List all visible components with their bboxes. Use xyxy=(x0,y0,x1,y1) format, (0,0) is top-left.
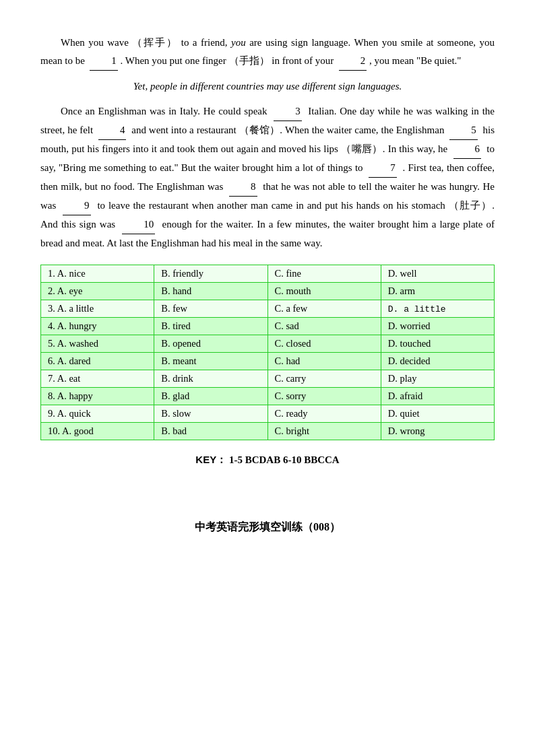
englishman-was-text: The Englishman was xyxy=(137,181,223,192)
table-cell-num: 1. A. nice xyxy=(41,265,154,283)
table-cell-b: B. meant xyxy=(154,353,268,370)
table-cell-num: 2. A. eye xyxy=(41,283,154,300)
table-cell-d: D. wrong xyxy=(381,423,494,440)
table-cell-d: D. well xyxy=(381,265,494,283)
table-cell-num: 4. A. hungry xyxy=(41,318,154,335)
paragraph-3: Once an Englishman was in Italy. He coul… xyxy=(40,102,495,252)
table-cell-d: D. decided xyxy=(381,353,494,370)
footer-title: 中考英语完形填空训练（008） xyxy=(40,520,495,535)
table-cell-d: D. a little xyxy=(381,300,494,318)
table-cell-b: B. slow xyxy=(154,405,268,423)
blank-10: 10 xyxy=(122,215,155,234)
table-cell-d: D. arm xyxy=(381,283,494,300)
table-cell-d: D. play xyxy=(381,370,494,388)
blank-5: 5 xyxy=(449,121,478,140)
blank-6: 6 xyxy=(453,140,482,159)
table-cell-b: B. glad xyxy=(154,388,268,405)
table-cell-c: C. fine xyxy=(268,265,381,283)
table-cell-num: 8. A. happy xyxy=(41,388,154,405)
table-cell-b: B. few xyxy=(154,300,268,318)
answer-table: 1. A. nice B. friendly C. fine D. well 2… xyxy=(40,265,495,440)
table-cell-b: B. bad xyxy=(154,423,268,440)
key-label: KEY： xyxy=(195,454,226,465)
paragraph-2: Yet, people in different countries may u… xyxy=(40,77,495,96)
table-cell-b: B. tired xyxy=(154,318,268,335)
blank-8: 8 xyxy=(229,178,257,197)
table-cell-b: B. drink xyxy=(154,370,268,388)
table-cell-b: B. friendly xyxy=(154,265,268,283)
blank-7: 7 xyxy=(369,159,397,178)
table-cell-c: C. sorry xyxy=(268,388,381,405)
blank-3: 3 xyxy=(274,102,302,121)
table-cell-c: C. had xyxy=(268,353,381,370)
blank-1: 1 xyxy=(90,52,118,71)
table-cell-c: C. carry xyxy=(268,370,381,388)
key-value: 1-5 BCDAB 6-10 BBCCA xyxy=(229,454,340,465)
table-cell-c: C. sad xyxy=(268,318,381,335)
table-cell-num: 10. A. good xyxy=(41,423,154,440)
table-cell-num: 5. A. washed xyxy=(41,335,154,353)
table-cell-c: C. a few xyxy=(268,300,381,318)
table-cell-c: C. bright xyxy=(268,423,381,440)
blank-9: 9 xyxy=(63,197,91,215)
table-cell-num: 6. A. dared xyxy=(41,353,154,370)
reading-passage: When you wave （挥手） to a friend, you are … xyxy=(40,34,495,252)
answer-key: KEY： 1-5 BCDAB 6-10 BBCCA xyxy=(40,454,495,467)
blank-2: 2 xyxy=(339,52,367,71)
table-cell-d: D. quiet xyxy=(381,405,494,423)
table-cell-num: 9. A. quick xyxy=(41,405,154,423)
table-cell-d: D. touched xyxy=(381,335,494,353)
table-cell-c: C. closed xyxy=(268,335,381,353)
blank-4: 4 xyxy=(98,121,127,140)
then-text: then xyxy=(447,162,464,173)
paragraph-1: When you wave （挥手） to a friend, you are … xyxy=(40,34,495,71)
table-cell-num: 7. A. eat xyxy=(41,370,154,388)
table-cell-num: 3. A. a little xyxy=(41,300,154,318)
table-cell-c: C. ready xyxy=(268,405,381,423)
table-cell-d: D. worried xyxy=(381,318,494,335)
table-cell-b: B. hand xyxy=(154,283,268,300)
table-cell-c: C. mouth xyxy=(268,283,381,300)
table-cell-d: D. afraid xyxy=(381,388,494,405)
table-cell-b: B. opened xyxy=(154,335,268,353)
